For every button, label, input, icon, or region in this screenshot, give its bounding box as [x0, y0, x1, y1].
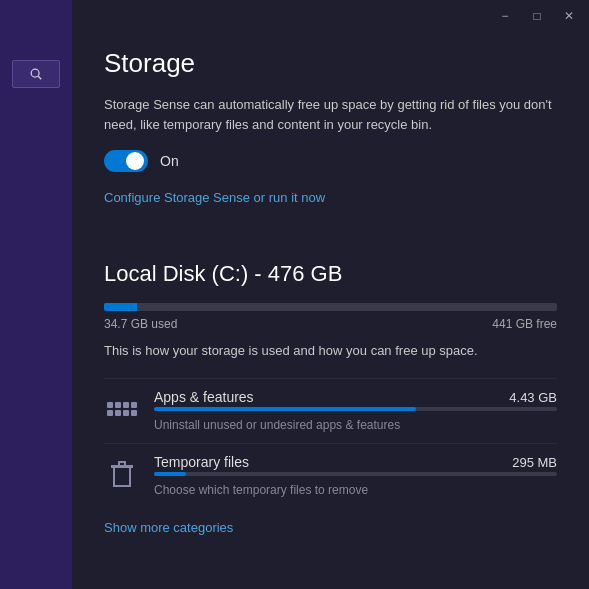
svg-point-0 [31, 69, 39, 77]
apps-features-size: 4.43 GB [509, 390, 557, 405]
apps-features-bar [154, 407, 557, 411]
maximize-button[interactable]: □ [529, 8, 545, 24]
toggle-label: On [160, 153, 179, 169]
temp-files-icon [104, 456, 140, 492]
toggle-knob [126, 152, 144, 170]
apps-features-bar-fill [154, 407, 416, 411]
temp-files-bar-fill [154, 472, 186, 476]
list-item[interactable]: Apps & features 4.43 GB Uninstall unused… [104, 378, 557, 443]
show-more-categories-link[interactable]: Show more categories [104, 520, 233, 535]
disk-section-title: Local Disk (C:) - 476 GB [104, 261, 557, 287]
temp-files-header: Temporary files 295 MB [154, 454, 557, 470]
search-box[interactable] [12, 60, 60, 88]
disk-stats-row: 34.7 GB used 441 GB free [104, 317, 557, 331]
main-content: − □ ✕ Storage Storage Sense can automati… [72, 0, 589, 589]
minimize-button[interactable]: − [497, 8, 513, 24]
temp-files-desc: Choose which temporary files to remove [154, 483, 368, 497]
apps-features-header: Apps & features 4.43 GB [154, 389, 557, 405]
title-bar: − □ ✕ [72, 0, 589, 32]
apps-features-body: Apps & features 4.43 GB Uninstall unused… [154, 389, 557, 433]
storage-usage-description: This is how your storage is used and how… [104, 343, 557, 358]
sidebar [0, 0, 72, 589]
page-title: Storage [104, 48, 557, 79]
list-item[interactable]: Temporary files 295 MB Choose which temp… [104, 443, 557, 508]
storage-sense-toggle[interactable] [104, 150, 148, 172]
svg-line-1 [38, 76, 41, 79]
temp-files-name: Temporary files [154, 454, 249, 470]
disk-free-label: 441 GB free [492, 317, 557, 331]
apps-features-name: Apps & features [154, 389, 254, 405]
configure-link[interactable]: Configure Storage Sense or run it now [104, 190, 325, 205]
disk-bar-used-fill [104, 303, 137, 311]
apps-features-desc: Uninstall unused or undesired apps & fea… [154, 418, 400, 432]
close-button[interactable]: ✕ [561, 8, 577, 24]
storage-sense-description: Storage Sense can automatically free up … [104, 95, 557, 134]
disk-usage-bar [104, 303, 557, 311]
temp-files-body: Temporary files 295 MB Choose which temp… [154, 454, 557, 498]
temp-files-size: 295 MB [512, 455, 557, 470]
disk-used-label: 34.7 GB used [104, 317, 177, 331]
apps-features-icon [104, 391, 140, 427]
toggle-row: On [104, 150, 557, 172]
search-icon [29, 67, 43, 81]
temp-files-bar [154, 472, 557, 476]
content-area: Storage Storage Sense can automatically … [72, 32, 589, 589]
